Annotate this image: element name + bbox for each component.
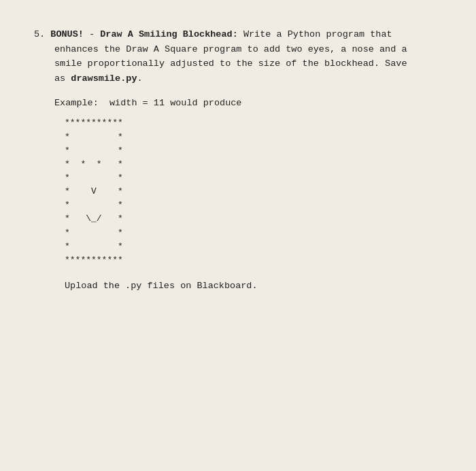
description-5: . — [137, 73, 143, 84]
content-area: 5. BONUS! - Draw A Smiling Blockhead: Wr… — [34, 27, 442, 291]
dash-label: - — [84, 29, 100, 39]
description-4: as — [54, 73, 71, 84]
description-2: enhances the Draw A Square program to ad… — [54, 44, 407, 54]
problem-number: 5. — [34, 29, 45, 39]
filename: drawsmile.py — [71, 73, 137, 84]
description-3: smile proportionally adjusted to the siz… — [54, 58, 407, 69]
upload-line: Upload the .py files on Blackboard. — [65, 281, 442, 291]
example-line: Example: width = 11 would produce — [54, 98, 442, 108]
upload-text: Upload the .py files on Blackboard. — [65, 281, 258, 291]
blockhead-art: *********** * * * * * * * * * * * V * * … — [65, 116, 442, 267]
description-1: Write a Python program that — [238, 29, 392, 39]
title-label: Draw A Smiling Blockhead: — [100, 29, 238, 39]
example-value: width = 11 would produce — [109, 98, 241, 108]
example-label: Example: — [54, 98, 99, 108]
bonus-label: BONUS! — [50, 29, 84, 39]
problem-header: 5. BONUS! - Draw A Smiling Blockhead: Wr… — [34, 27, 442, 86]
page: 5. BONUS! - Draw A Smiling Blockhead: Wr… — [0, 0, 476, 471]
